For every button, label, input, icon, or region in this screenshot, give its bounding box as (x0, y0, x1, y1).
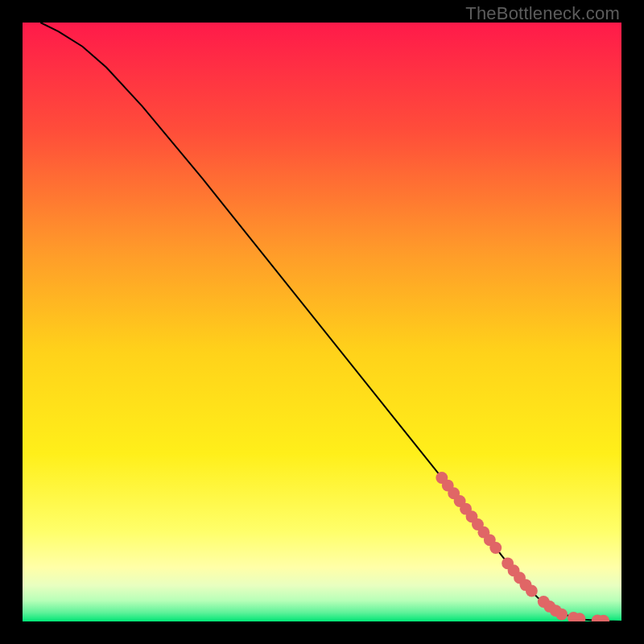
curve-marker (555, 609, 568, 621)
outer-frame: TheBottleneck.com (0, 0, 644, 644)
curve-markers (436, 472, 609, 621)
curve-marker (526, 585, 538, 597)
curve-layer (23, 23, 621, 621)
bottleneck-curve (40, 23, 621, 621)
plot-area (23, 23, 621, 621)
watermark-text: TheBottleneck.com (465, 3, 620, 24)
curve-marker (489, 542, 502, 554)
